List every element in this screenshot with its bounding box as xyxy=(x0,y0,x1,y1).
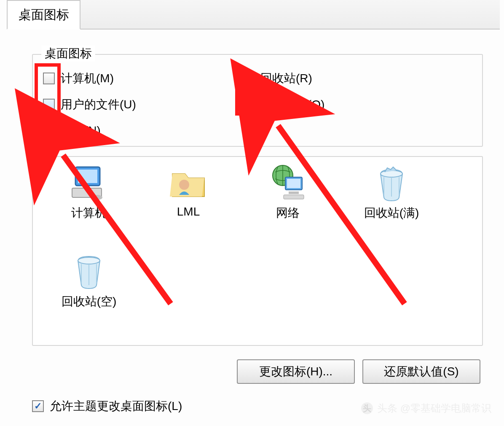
watermark: 头 头条 @零基础学电脑常识 xyxy=(361,402,491,415)
checkbox-recycle[interactable] xyxy=(243,73,255,84)
allow-themes-row[interactable]: 允许主题更改桌面图标(L) xyxy=(32,398,182,414)
svg-point-11 xyxy=(78,257,100,264)
svg-rect-1 xyxy=(78,170,97,183)
recycle-bin-empty-icon xyxy=(68,252,110,290)
checkbox-computer[interactable] xyxy=(43,73,55,84)
checkbox-network-row[interactable]: 网络(N) xyxy=(43,123,101,138)
restore-default-button[interactable]: 还原默认值(S) xyxy=(362,359,480,384)
svg-point-3 xyxy=(92,195,102,200)
icon-label-recycle-empty: 回收站(空) xyxy=(62,294,117,310)
user-folder-icon xyxy=(167,164,209,202)
icon-item-computer[interactable]: 计算机 xyxy=(45,164,133,221)
svg-rect-9 xyxy=(284,195,304,199)
allow-themes-checkbox[interactable] xyxy=(32,400,44,412)
icon-item-recycle-empty[interactable]: 回收站(空) xyxy=(45,252,133,310)
checkbox-network[interactable] xyxy=(43,125,55,137)
computer-icon xyxy=(68,164,110,202)
icon-item-recycle-full[interactable]: 回收站(满) xyxy=(343,164,440,221)
icon-label-computer: 计算机 xyxy=(71,205,107,221)
change-icon-label: 更改图标(H)... xyxy=(259,364,332,380)
checkbox-computer-row[interactable]: 计算机(M) xyxy=(43,71,114,86)
tab-desktop-icons[interactable]: 桌面图标 xyxy=(7,0,80,30)
checkbox-userfiles-row[interactable]: 用户的文件(U) xyxy=(43,97,136,112)
svg-point-4 xyxy=(179,180,189,190)
watermark-text: 头条 @零基础学电脑常识 xyxy=(377,402,491,415)
tab-bar: 桌面图标 xyxy=(7,0,500,30)
svg-point-10 xyxy=(381,170,402,177)
checkbox-recycle-label: 回收站(R) xyxy=(260,70,312,86)
allow-themes-label: 允许主题更改桌面图标(L) xyxy=(50,398,182,414)
svg-rect-8 xyxy=(289,191,299,194)
checkbox-control[interactable] xyxy=(243,99,255,111)
icon-label-recycle-full: 回收站(满) xyxy=(364,205,419,221)
network-icon xyxy=(267,164,309,202)
checkbox-userfiles-label: 用户的文件(U) xyxy=(61,97,136,113)
checkbox-computer-label: 计算机(M) xyxy=(61,70,114,86)
change-icon-button[interactable]: 更改图标(H)... xyxy=(237,359,355,384)
checkbox-network-label: 网络(N) xyxy=(61,123,101,139)
icon-label-user: LML xyxy=(177,205,200,218)
checkbox-recycle-row[interactable]: 回收站(R) xyxy=(243,71,312,86)
checkbox-userfiles[interactable] xyxy=(43,99,55,111)
icon-item-user[interactable]: LML xyxy=(144,164,233,218)
recycle-bin-full-icon xyxy=(370,164,413,202)
checkbox-control-label: 控制面板(O) xyxy=(260,97,324,113)
checkbox-control-row[interactable]: 控制面板(O) xyxy=(243,97,324,112)
icon-item-network[interactable]: 网络 xyxy=(244,164,332,221)
icon-label-network: 网络 xyxy=(276,205,300,221)
icon-preview-box: 计算机 LML xyxy=(32,156,483,346)
svg-rect-7 xyxy=(287,179,300,188)
group-legend: 桌面图标 xyxy=(41,46,95,62)
watermark-icon: 头 xyxy=(361,402,373,414)
tab-label: 桌面图标 xyxy=(19,6,69,24)
desktop-icons-group: 桌面图标 计算机(M) 用户的文件(U) 网络(N) 回收站(R) 控制面板(O… xyxy=(32,54,483,147)
restore-default-label: 还原默认值(S) xyxy=(384,364,458,380)
